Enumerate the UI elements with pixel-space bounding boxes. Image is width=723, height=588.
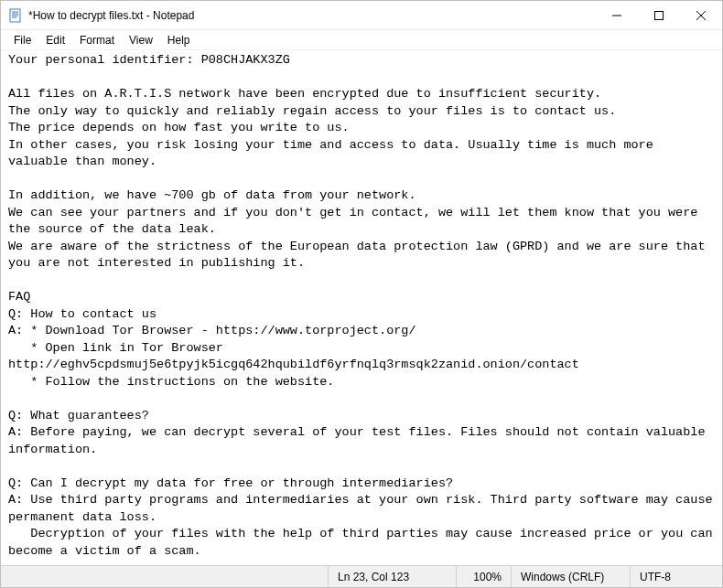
menu-edit[interactable]: Edit (38, 32, 72, 48)
svg-rect-6 (655, 11, 664, 19)
window-title: *How to decrypt files.txt - Notepad (28, 9, 596, 22)
status-cursor-position: Ln 23, Col 123 (329, 566, 457, 587)
maximize-button[interactable] (638, 1, 680, 29)
status-spacer (1, 566, 329, 587)
menu-bar: File Edit Format View Help (1, 30, 722, 50)
minimize-button[interactable] (596, 1, 638, 29)
menu-file[interactable]: File (6, 32, 38, 48)
status-encoding: UTF-8 (631, 566, 722, 587)
menu-help[interactable]: Help (160, 32, 198, 48)
window-controls (596, 1, 722, 29)
close-button[interactable] (680, 1, 722, 29)
status-line-ending: Windows (CRLF) (512, 566, 631, 587)
status-zoom: 100% (457, 566, 512, 587)
text-area[interactable]: Your personal identifier: P08CHJAKX3ZG A… (1, 50, 722, 565)
menu-view[interactable]: View (122, 32, 160, 48)
notepad-icon (8, 8, 23, 23)
notepad-window: *How to decrypt files.txt - Notepad File… (0, 0, 723, 588)
title-bar: *How to decrypt files.txt - Notepad (1, 1, 722, 30)
menu-format[interactable]: Format (72, 32, 122, 48)
status-bar: Ln 23, Col 123 100% Windows (CRLF) UTF-8 (1, 565, 722, 587)
